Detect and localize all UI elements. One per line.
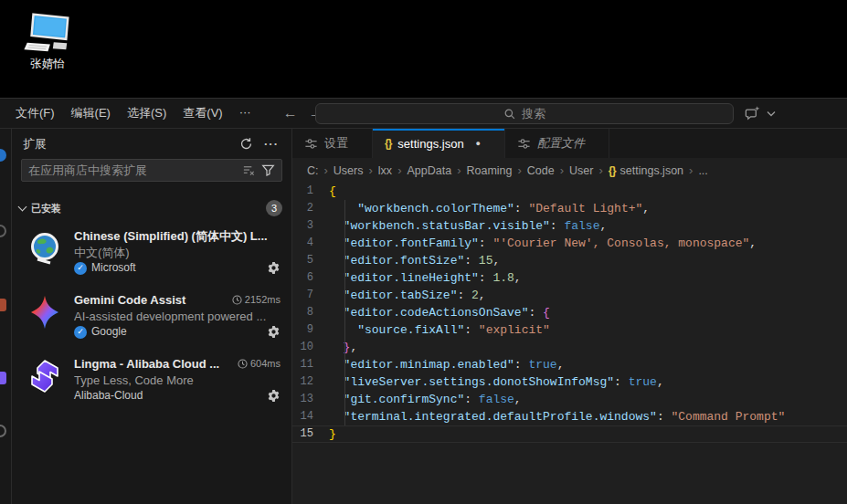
indent-guide [344, 200, 345, 425]
extensions-search-placeholder: 在应用商店中搜索扩展 [28, 163, 237, 179]
code-line[interactable]: 15} [292, 425, 847, 443]
breadcrumb-segment[interactable]: User [569, 164, 593, 177]
extension-details: Chinese (Simplified) (简体中文) L...中文(简体)✓M… [74, 228, 281, 276]
extension-list-item[interactable]: Chinese (Simplified) (简体中文) L...中文(简体)✓M… [12, 220, 291, 284]
chevron-down-icon [18, 203, 27, 212]
back-arrow-icon[interactable]: ← [283, 105, 298, 121]
line-content: "liveServer.settings.donotShowInfoMsg": … [329, 373, 664, 391]
code-editor[interactable]: 1{2 "workbench.colorTheme": "Default Lig… [292, 183, 847, 504]
breadcrumb-segment[interactable]: Users [334, 164, 364, 177]
modified-dot-icon[interactable]: ● [476, 139, 481, 148]
extension-description: 中文(简体) [74, 245, 281, 260]
code-line[interactable]: 4 "editor.fontFamily": "'Courier New', C… [292, 235, 847, 252]
json-braces-icon: {} [385, 137, 391, 150]
extension-title-row: Chinese (Simplified) (简体中文) L... [74, 228, 281, 244]
code-line[interactable]: 12 "liveServer.settings.donotShowInfoMsg… [292, 373, 847, 391]
breadcrumb-separator-icon: › [457, 163, 461, 177]
menu-item[interactable]: 文件(F) [7, 101, 63, 125]
line-content: { [329, 183, 336, 200]
desktop-icon-this-pc[interactable]: 张婧怡 [15, 11, 80, 72]
filter-icon[interactable] [261, 163, 275, 177]
line-content: }, [329, 339, 357, 356]
menu-item[interactable]: 查看(V) [175, 101, 230, 125]
breadcrumb-segment-label: Code [527, 164, 555, 177]
breadcrumb[interactable]: C:›Users›lxx›AppData›Roaming›Code›User›{… [292, 158, 847, 183]
breadcrumb-segment-label: settings.json [620, 164, 683, 177]
code-line[interactable]: 2 "workbench.colorTheme": "Default Light… [292, 200, 847, 217]
breadcrumb-segment[interactable]: Roaming [466, 164, 512, 177]
line-number: 2 [292, 200, 329, 217]
tab-bar: 设置{}settings.json● 配置文件 [292, 129, 847, 158]
verified-publisher-icon: ✓ [74, 262, 87, 275]
code-line[interactable]: 7 "editor.tabSize": 2, [292, 287, 847, 304]
line-number: 10 [292, 339, 329, 356]
tab-设置[interactable]: 设置 [292, 129, 373, 158]
tab-配置文件[interactable]: 配置文件 [505, 129, 609, 158]
code-line[interactable]: 9 "source.fixAll": "explicit" [292, 321, 847, 339]
code-line[interactable]: 10 }, [292, 339, 847, 356]
line-number: 6 [292, 269, 329, 287]
line-number: 13 [292, 391, 329, 408]
more-actions-icon[interactable]: ··· [264, 137, 279, 151]
gear-icon[interactable] [267, 325, 281, 339]
line-content: "editor.fontFamily": "'Courier New', Con… [329, 235, 757, 252]
code-line[interactable]: 8 "editor.codeActionsOnSave": { [292, 304, 847, 321]
activity-bar-partial [0, 129, 12, 504]
verified-publisher-icon: ✓ [74, 326, 87, 339]
line-content: "editor.fontSize": 15, [329, 252, 500, 269]
line-number: 3 [292, 217, 329, 235]
globe-extension-icon [26, 229, 64, 268]
installed-count-badge: 3 [266, 200, 282, 216]
gear-icon[interactable] [267, 261, 281, 275]
settings-sliders-icon [304, 137, 318, 151]
search-placeholder: 搜索 [522, 106, 545, 122]
line-number: 4 [292, 235, 329, 252]
code-line[interactable]: 11 "editor.minimap.enabled": true, [292, 356, 847, 373]
tab-settings.json[interactable]: {}settings.json● [373, 129, 505, 158]
desktop-icon-label: 张婧怡 [15, 57, 80, 72]
tab-label: 设置 [324, 135, 348, 152]
view-partial-icon [0, 299, 6, 311]
menu-bar: 文件(F)编辑(E)选择(S)查看(V)··· [0, 101, 259, 125]
extension-publisher-row: Alibaba-Cloud [74, 388, 281, 404]
code-line[interactable]: 13 "git.confirmSync": false, [292, 391, 847, 408]
code-line[interactable]: 6 "editor.lineHeight": 1.8, [292, 269, 847, 287]
line-content: "editor.codeActionsOnSave": { [329, 304, 550, 321]
extension-list-item[interactable]: Lingma - Alibaba Cloud ... 604msType Les… [12, 348, 291, 412]
menu-item[interactable]: ··· [231, 101, 259, 125]
installed-section-header[interactable]: 已安装 3 [12, 196, 291, 220]
extensions-list: Chinese (Simplified) (简体中文) L...中文(简体)✓M… [12, 220, 291, 412]
view-partial-icon [0, 225, 6, 237]
search-input[interactable]: 搜索 [315, 103, 734, 124]
breadcrumb-segment[interactable]: ... [698, 164, 707, 177]
gear-partial-icon [0, 425, 6, 437]
chevron-down-icon[interactable] [767, 110, 776, 117]
publisher-name: Microsoft [91, 260, 136, 276]
code-line[interactable]: 5 "editor.fontSize": 15, [292, 252, 847, 269]
line-number: 7 [292, 287, 329, 304]
breadcrumb-segment[interactable]: {}settings.json [609, 164, 683, 177]
activation-time: 2152ms [232, 292, 281, 308]
breadcrumb-separator-icon: › [598, 163, 602, 177]
line-content: "editor.tabSize": 2, [329, 287, 486, 304]
extension-list-item[interactable]: Gemini Code Assist 2152msAI-assisted dev… [12, 284, 291, 348]
lingma-extension-icon [26, 357, 64, 395]
line-content: "git.confirmSync": false, [329, 391, 522, 408]
clear-filter-icon[interactable] [242, 163, 256, 177]
code-line[interactable]: 1{ [292, 183, 847, 200]
extensions-search-input[interactable]: 在应用商店中搜索扩展 [21, 159, 282, 182]
code-line[interactable]: 14 "terminal.integrated.defaultProfile.w… [292, 408, 847, 425]
breadcrumb-segment[interactable]: C: [307, 164, 319, 177]
menu-item[interactable]: 选择(S) [119, 101, 175, 125]
vscode-window: 文件(F)编辑(E)选择(S)查看(V)··· ← → 搜索 [0, 98, 847, 504]
copilot-chat-icon[interactable] [744, 105, 761, 122]
extension-publisher-row: ✓Microsoft [74, 260, 281, 276]
menu-item[interactable]: 编辑(E) [63, 101, 119, 125]
breadcrumb-segment[interactable]: lxx [378, 164, 392, 177]
breadcrumb-segment[interactable]: AppData [407, 164, 451, 177]
code-line[interactable]: 3 "workbench.statusBar.visible": false, [292, 217, 847, 235]
gear-icon[interactable] [267, 389, 281, 403]
json-braces-icon: {} [609, 164, 616, 177]
refresh-icon[interactable] [239, 137, 253, 151]
breadcrumb-segment[interactable]: Code [527, 164, 555, 177]
